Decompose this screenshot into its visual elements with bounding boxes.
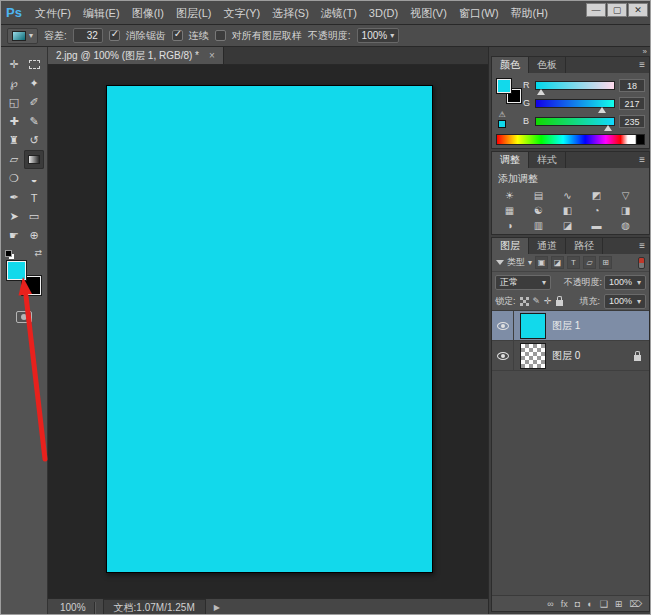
tool-pen[interactable]: ✒ [4,188,24,207]
menu-select[interactable]: 选择(S) [266,1,315,25]
menu-file[interactable]: 文件(F) [29,1,77,25]
adjustment-channel-mixer-icon[interactable]: ◨ [611,203,640,218]
layer-style-icon[interactable]: fx [561,599,568,609]
menu-layer[interactable]: 图层(L) [170,1,217,25]
panel-menu-icon[interactable]: ≡ [639,152,645,168]
tool-eyedropper[interactable]: ✐ [24,93,44,112]
layer-row-0[interactable]: 图层 0 [492,341,649,371]
adjustment-selective-color-icon[interactable]: ◍ [611,218,640,233]
tool-brush[interactable]: ✎ [24,112,44,131]
new-adjustment-layer-icon[interactable]: ◐ [587,599,592,609]
tool-move[interactable]: ✛ [4,55,24,74]
adjustment-posterize-icon[interactable]: ▥ [524,218,553,233]
adjustment-curves-icon[interactable]: ∿ [553,188,582,203]
menu-image[interactable]: 图像(I) [126,1,170,25]
foreground-color-swatch-small[interactable] [497,79,511,93]
minimize-button[interactable]: — [586,3,606,17]
tab-adjustments[interactable]: 调整 [492,152,529,168]
gamut-warning-icon[interactable]: ⚠ [498,110,505,119]
layer-visibility-toggle[interactable] [492,311,514,340]
layer-filter-toggle[interactable] [638,257,645,269]
filter-smart-objects-icon[interactable]: ⊞ [599,256,612,269]
layer-mask-icon[interactable]: ◘ [575,599,580,609]
link-layers-icon[interactable]: ∞ [547,599,553,609]
default-colors-icon[interactable] [5,250,15,259]
tab-swatches[interactable]: 色板 [529,57,566,73]
adjustment-hue-saturation-icon[interactable]: ▦ [495,203,524,218]
layer-name[interactable]: 图层 1 [552,319,580,333]
tool-spot-healing[interactable]: ✚ [4,112,24,131]
opacity-dropdown[interactable]: 100% ▾ [357,28,400,43]
adjustment-color-balance-icon[interactable]: ☯ [524,203,553,218]
adjustment-vibrance-icon[interactable]: ▽ [611,188,640,203]
menu-edit[interactable]: 编辑(E) [77,1,126,25]
foreground-color-swatch[interactable] [7,261,26,280]
adjustment-black-white-icon[interactable]: ◧ [553,203,582,218]
panel-menu-icon[interactable]: ≡ [639,57,645,73]
tab-paths[interactable]: 路径 [566,238,603,254]
slider-handle[interactable] [598,107,606,113]
delete-layer-icon[interactable]: ⌦ [629,599,642,609]
tool-history-brush[interactable]: ↺ [24,131,44,150]
tool-crop[interactable]: ◱ [4,93,24,112]
tool-rectangle-shape[interactable]: ▭ [24,207,44,226]
lock-all-icon[interactable] [556,300,563,306]
filter-shape-layers-icon[interactable]: ▱ [583,256,596,269]
adjustment-levels-icon[interactable]: ▤ [524,188,553,203]
menu-3d[interactable]: 3D(D) [363,1,404,25]
zoom-level-field[interactable]: 100% [60,602,86,613]
slider-handle[interactable] [537,89,545,95]
layer-0-thumbnail[interactable] [520,343,546,369]
channel-g-slider[interactable] [535,99,615,108]
status-menu-arrow-icon[interactable]: ▶ [214,603,220,612]
antialias-checkbox[interactable] [109,30,120,41]
filter-type-layers-icon[interactable]: T [567,256,580,269]
adjustment-exposure-icon[interactable]: ◩ [582,188,611,203]
lock-transparent-pixels-icon[interactable] [520,297,529,306]
adjustment-invert-icon[interactable]: ◑ [495,218,524,233]
filter-type-label[interactable]: 类型 [507,256,525,269]
panel-menu-icon[interactable]: ≡ [639,238,645,254]
menu-window[interactable]: 窗口(W) [453,1,505,25]
color-spectrum-bar[interactable] [496,134,645,145]
layer-visibility-toggle[interactable] [492,341,514,370]
tool-type[interactable]: T [24,188,44,207]
menu-help[interactable]: 帮助(H) [505,1,554,25]
collapse-panels-icon[interactable]: » [643,47,647,56]
swap-colors-icon[interactable]: ⇄ [34,248,42,258]
tool-eraser[interactable]: ▱ [4,150,24,169]
contiguous-checkbox[interactable] [172,30,183,41]
filter-pixel-layers-icon[interactable]: ▣ [535,256,548,269]
channel-b-slider[interactable] [535,117,615,126]
document-tab[interactable]: 2.jpg @ 100% (图层 1, RGB/8) * × [48,47,224,64]
adjustment-threshold-icon[interactable]: ◪ [553,218,582,233]
tool-blur[interactable]: ❍ [4,169,24,188]
tab-close-icon[interactable]: × [209,50,215,61]
tool-rectangular-marquee[interactable] [24,55,44,74]
maximize-button[interactable]: ▢ [607,3,627,17]
tolerance-input[interactable]: 32 [73,28,103,43]
adjustment-photo-filter-icon[interactable]: ◔ [582,203,611,218]
channel-r-slider[interactable] [535,81,615,90]
menu-filter[interactable]: 滤镜(T) [315,1,363,25]
tab-channels[interactable]: 通道 [529,238,566,254]
tab-layers[interactable]: 图层 [492,238,529,254]
tool-hand[interactable]: ☛ [4,226,24,245]
channel-b-value[interactable]: 235 [619,115,645,128]
new-layer-icon[interactable]: ⊞ [615,599,623,609]
tool-quick-selection[interactable]: ✦ [24,74,44,93]
tool-path-selection[interactable]: ➤ [4,207,24,226]
tab-styles[interactable]: 样式 [529,152,566,168]
lock-image-pixels-icon[interactable]: ✎ [533,296,541,306]
layer-row-1[interactable]: 图层 1 [492,311,649,341]
tool-lasso[interactable]: ℘ [4,74,24,93]
fill-dropdown[interactable]: 100% ▾ [604,294,646,309]
slider-handle[interactable] [604,125,612,131]
tool-clone-stamp[interactable]: ♜ [4,131,24,150]
layer-1-thumbnail[interactable] [520,313,546,339]
layer-name[interactable]: 图层 0 [552,349,580,363]
close-button[interactable]: ✕ [628,3,648,17]
canvas-area[interactable] [48,65,488,598]
tool-gradient-paint-bucket[interactable] [24,150,44,169]
filter-adjustment-layers-icon[interactable]: ◪ [551,256,564,269]
